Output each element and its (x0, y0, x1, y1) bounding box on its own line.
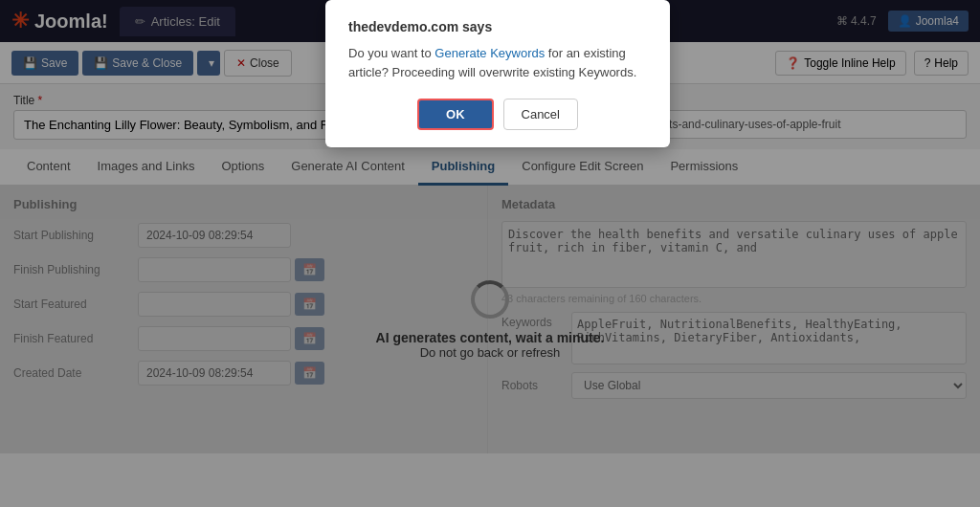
dialog-backdrop: thedevdemo.com says Do you want to Gener… (0, 0, 980, 507)
dialog: thedevdemo.com says Do you want to Gener… (325, 0, 670, 147)
dialog-message: Do you want to Generate Keywords for an … (348, 44, 647, 81)
generate-keywords-link[interactable]: Generate Keywords (434, 46, 545, 60)
dialog-cancel-button[interactable]: Cancel (503, 99, 578, 130)
dialog-site: thedevdemo.com says (348, 19, 647, 34)
dialog-ok-button[interactable]: OK (417, 99, 494, 130)
dialog-buttons: OK Cancel (348, 99, 647, 130)
